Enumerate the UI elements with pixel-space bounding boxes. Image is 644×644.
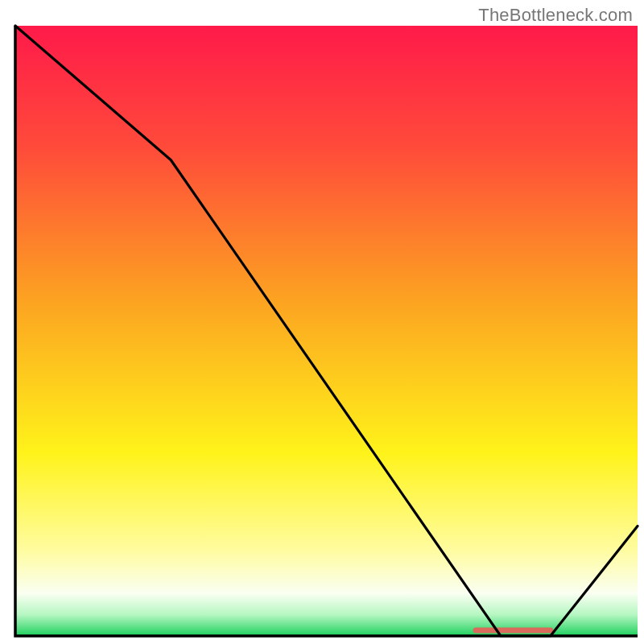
bottleneck-chart — [0, 0, 644, 644]
chart-stage: TheBottleneck.com — [0, 0, 644, 644]
gradient-background — [15, 26, 638, 636]
